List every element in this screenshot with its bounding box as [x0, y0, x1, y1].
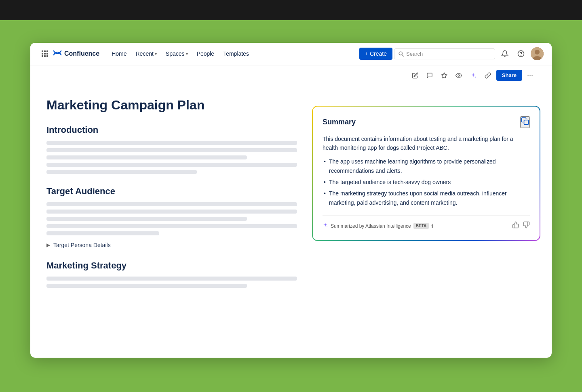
- copy-button[interactable]: [520, 116, 530, 128]
- edit-icon[interactable]: [409, 69, 421, 82]
- summary-title: Summary: [323, 118, 356, 126]
- text-placeholder: [46, 163, 297, 167]
- text-placeholder: [46, 170, 197, 174]
- text-placeholder: [46, 277, 297, 281]
- notifications-button[interactable]: [498, 47, 511, 60]
- svg-line-10: [402, 55, 404, 56]
- ai-footer-text: Summarized by Atlassian Intelligence: [331, 223, 411, 229]
- chevron-right-icon: ▶: [46, 242, 50, 248]
- summary-list-item: The targeted audience is tech-savvy dog …: [323, 178, 530, 187]
- document-title: Marketing Campaign Plan: [46, 98, 297, 113]
- nav-links: Home Recent ▾ Spaces ▾ People Templates: [108, 48, 354, 59]
- summary-list-item: The app uses machine learning algorithms…: [323, 157, 530, 175]
- svg-rect-4: [44, 53, 46, 55]
- summary-panel: Summary This document contains informati…: [313, 107, 540, 241]
- doc-toolbar: Share ···: [30, 65, 552, 86]
- create-button[interactable]: + Create: [359, 48, 392, 60]
- svg-rect-2: [46, 50, 48, 52]
- avatar[interactable]: [531, 47, 544, 60]
- svg-point-17: [458, 75, 460, 76]
- text-placeholder: [46, 210, 297, 214]
- text-placeholder: [46, 231, 159, 235]
- confluence-brand-name: Confluence: [64, 50, 99, 57]
- expand-row[interactable]: ▶ Target Persona Details: [46, 242, 297, 248]
- svg-point-14: [535, 50, 540, 55]
- chevron-down-icon: ▾: [155, 52, 157, 56]
- summary-panel-wrapper: Summary This document contains informati…: [312, 106, 540, 241]
- browser-window: Confluence Home Recent ▾ Spaces ▾ People…: [30, 43, 552, 358]
- summary-list-item: The marketing strategy touches upon soci…: [323, 189, 530, 207]
- search-icon: [399, 51, 404, 57]
- svg-rect-8: [46, 55, 48, 57]
- chevron-down-icon: ▾: [186, 52, 188, 56]
- help-button[interactable]: [515, 47, 527, 60]
- confluence-logo[interactable]: Confluence: [53, 48, 99, 59]
- text-placeholder: [46, 148, 297, 152]
- grid-icon[interactable]: [38, 47, 51, 60]
- text-placeholder: [46, 217, 247, 221]
- expand-label: Target Persona Details: [53, 242, 111, 248]
- avatar-image: [531, 47, 544, 60]
- ai-icon[interactable]: [467, 69, 479, 82]
- svg-rect-3: [42, 53, 43, 55]
- nav-right: Search: [394, 47, 544, 60]
- thumbs-down-button[interactable]: [523, 221, 530, 231]
- svg-rect-5: [46, 53, 48, 55]
- comment-icon[interactable]: [424, 69, 436, 82]
- navbar: Confluence Home Recent ▾ Spaces ▾ People…: [30, 43, 552, 65]
- star-icon[interactable]: [438, 69, 450, 82]
- summary-list: The app uses machine learning algorithms…: [323, 157, 530, 207]
- watch-icon[interactable]: [453, 69, 465, 82]
- text-placeholder: [46, 141, 297, 145]
- more-options-icon[interactable]: ···: [525, 69, 536, 81]
- ai-badge: Summarized by Atlassian Intelligence BET…: [323, 222, 433, 229]
- section-marketing-strategy: Marketing Strategy: [46, 260, 297, 271]
- summary-header: Summary: [323, 116, 530, 128]
- svg-rect-1: [44, 50, 46, 52]
- section-target-audience: Target Audience: [46, 186, 297, 197]
- feedback-icons: [512, 221, 530, 231]
- atlassian-intelligence-icon: [323, 222, 328, 229]
- text-placeholder: [46, 224, 297, 228]
- summary-text: This document contains information about…: [323, 134, 530, 153]
- svg-rect-0: [42, 50, 43, 52]
- thumbs-up-button[interactable]: [512, 221, 519, 231]
- document: Marketing Campaign Plan Introduction Tar…: [46, 98, 297, 291]
- info-icon[interactable]: ℹ: [431, 223, 433, 229]
- summary-footer: Summarized by Atlassian Intelligence BET…: [323, 215, 530, 231]
- content-area: Marketing Campaign Plan Introduction Tar…: [30, 86, 552, 303]
- svg-marker-16: [441, 73, 447, 78]
- nav-templates[interactable]: Templates: [219, 48, 253, 59]
- text-placeholder: [46, 155, 247, 159]
- section-introduction: Introduction: [46, 125, 297, 135]
- svg-rect-6: [42, 55, 43, 57]
- text-placeholder: [46, 202, 297, 206]
- top-bar: [0, 0, 582, 20]
- nav-people[interactable]: People: [193, 48, 219, 59]
- search-box[interactable]: Search: [394, 48, 495, 59]
- search-placeholder: Search: [406, 51, 423, 57]
- svg-rect-18: [524, 120, 529, 124]
- nav-spaces[interactable]: Spaces ▾: [162, 48, 192, 59]
- link-icon[interactable]: [482, 69, 494, 82]
- beta-badge: BETA: [413, 223, 429, 229]
- share-button[interactable]: Share: [496, 70, 522, 81]
- svg-rect-7: [44, 55, 46, 57]
- nav-recent[interactable]: Recent ▾: [131, 48, 160, 59]
- confluence-x-icon: [53, 48, 62, 59]
- nav-home[interactable]: Home: [108, 48, 131, 59]
- text-placeholder: [46, 284, 247, 288]
